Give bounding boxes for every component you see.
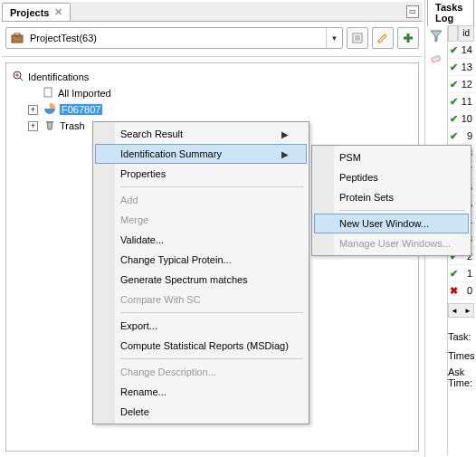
add-button[interactable]	[397, 27, 419, 49]
suitcase-icon	[10, 31, 24, 45]
close-icon[interactable]: ✕	[54, 6, 62, 18]
menu-item[interactable]: Validate...	[95, 230, 307, 250]
menu-item-label: Generate Spectrum matches	[120, 274, 248, 285]
project-select[interactable]: ProjectTest(63) ▼	[5, 27, 343, 49]
menu-item-label: Peptides	[339, 172, 378, 183]
menu-separator	[120, 358, 303, 359]
expand-icon[interactable]: +	[28, 105, 38, 115]
table-row[interactable]: ✔13	[448, 59, 474, 76]
menu-item[interactable]: Identification Summary▶	[95, 144, 307, 164]
menu-item-label: Properties	[120, 168, 166, 179]
table-row[interactable]: ✖0	[448, 282, 474, 300]
menu-item-label: Change Typical Protein...	[120, 254, 232, 265]
ask-time-label: Ask Time:	[448, 367, 474, 388]
pie-chart-icon	[43, 102, 56, 117]
menu-item-label: Compute Statistical Reports (MSDiag)	[120, 340, 289, 351]
menu-item-label: Merge	[120, 214, 148, 225]
tree-root[interactable]: Identifications	[12, 69, 413, 85]
tree-item-label: All Imported	[58, 88, 111, 99]
menu-item: Merge	[95, 210, 307, 230]
funnel-icon[interactable]	[429, 29, 443, 45]
chevron-right-icon: ▶	[281, 149, 289, 159]
menu-item[interactable]: Properties	[95, 164, 307, 184]
tree-item-selected[interactable]: + F067807	[12, 101, 413, 118]
projects-tab-label: Projects	[10, 7, 49, 18]
menu-item-label: Manage User Windows...	[339, 238, 451, 249]
projects-tab[interactable]: Projects ✕	[2, 3, 71, 21]
expand-icon[interactable]: +	[28, 121, 38, 131]
svg-line-9	[20, 78, 23, 81]
check-icon: ✔	[448, 44, 460, 56]
menu-item: Add	[95, 190, 307, 210]
cell-id: 14	[460, 44, 474, 55]
menu-item[interactable]: PSM	[314, 148, 469, 167]
menu-item: Change Description...	[95, 362, 307, 382]
menu-item[interactable]: Export...	[95, 316, 307, 336]
menu-item[interactable]: Compute Statistical Reports (MSDiag)	[95, 336, 307, 356]
table-row[interactable]: ✔12	[448, 76, 474, 93]
scroll-right-icon[interactable]: ►	[462, 307, 473, 315]
svg-rect-12	[44, 88, 52, 97]
error-icon: ✖	[448, 285, 460, 297]
menu-item-label: Add	[120, 195, 138, 205]
check-icon: ✔	[448, 113, 460, 125]
menu-item-label: Protein Sets	[339, 192, 394, 203]
menu-item-label: PSM	[339, 152, 361, 163]
scroll-left-icon[interactable]: ◄	[449, 307, 460, 315]
maximize-icon[interactable]: ▭	[406, 5, 419, 18]
horizontal-scrollbar[interactable]: ◄ ►	[448, 303, 474, 318]
projects-toolbar: ProjectTest(63) ▼	[2, 22, 423, 54]
document-icon	[42, 86, 54, 100]
svg-rect-13	[46, 121, 53, 123]
menu-item-label: Export...	[120, 320, 157, 331]
table-row[interactable]: ✔10	[448, 110, 474, 128]
menu-item: Manage User Windows...	[314, 233, 469, 253]
menu-item[interactable]: New User Window...	[314, 214, 469, 233]
table-row[interactable]: ✔11	[448, 93, 474, 110]
menu-item[interactable]: Search Result▶	[95, 124, 307, 144]
menu-item[interactable]: Delete	[95, 402, 307, 422]
cell-id: 10	[460, 113, 474, 124]
identification-summary-submenu[interactable]: PSMPeptidesProtein SetsNew User Window..…	[311, 145, 471, 256]
cell-id: 1	[460, 268, 474, 279]
menu-item-label: Identification Summary	[120, 148, 222, 159]
table-row[interactable]: ✔14	[448, 42, 474, 59]
menu-separator	[120, 186, 303, 187]
menu-separator	[339, 210, 465, 211]
check-icon: ✔	[448, 268, 460, 280]
table-row[interactable]: ✔9	[448, 128, 474, 145]
id-column-header[interactable]: id	[458, 25, 474, 42]
magnifier-plus-icon	[12, 70, 24, 84]
check-icon: ✔	[448, 62, 460, 73]
properties-button[interactable]	[347, 27, 368, 49]
project-select-label: ProjectTest(63)	[28, 33, 326, 43]
check-icon: ✔	[448, 79, 460, 90]
eraser-icon[interactable]	[429, 51, 443, 67]
task-label: Task:	[448, 331, 471, 342]
menu-item[interactable]: Change Typical Protein...	[95, 250, 307, 270]
check-icon: ✔	[448, 96, 460, 108]
tree-item-label: Trash	[60, 120, 85, 131]
edit-button[interactable]	[372, 27, 394, 49]
menu-item[interactable]: Peptides	[314, 167, 469, 187]
context-menu[interactable]: Search Result▶Identification Summary▶Pro…	[92, 121, 309, 424]
tree-item-all-imported[interactable]: All Imported	[12, 85, 413, 101]
cell-id: 12	[460, 79, 474, 90]
menu-item-label: New User Window...	[339, 218, 429, 229]
tasks-tab-label: Tasks Log	[435, 2, 466, 24]
tree-root-label: Identifications	[28, 71, 89, 82]
menu-item[interactable]: Protein Sets	[314, 187, 469, 207]
chevron-down-icon[interactable]: ▼	[326, 28, 342, 48]
menu-item: Compare With SC	[95, 290, 307, 309]
menu-item[interactable]: Rename...	[95, 382, 307, 402]
timestamp-label: Timestamp	[448, 350, 474, 361]
menu-separator	[120, 312, 303, 313]
menu-item[interactable]: Generate Spectrum matches	[95, 270, 307, 290]
cell-id: 0	[460, 285, 474, 296]
trash-icon	[43, 119, 56, 133]
table-row[interactable]: ✔1	[448, 265, 474, 282]
menu-item-label: Compare With SC	[120, 294, 201, 305]
check-icon: ✔	[448, 130, 460, 142]
menu-item-label: Change Description...	[120, 367, 216, 377]
tree-item-label: F067807	[60, 104, 102, 115]
